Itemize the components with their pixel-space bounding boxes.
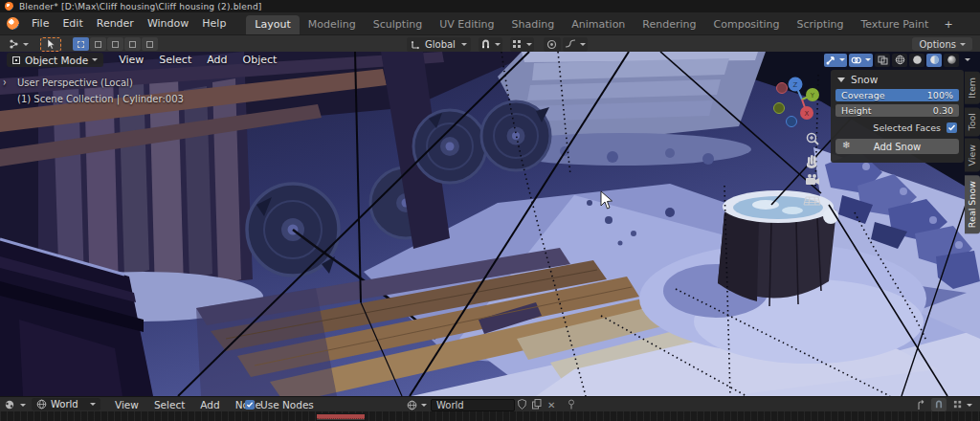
snap-node-button[interactable] [931,398,947,411]
xray-toggle-button[interactable] [875,54,890,67]
workspace-tab-animation[interactable]: Animation [563,15,634,34]
gizmo-z-label: Z [793,81,798,89]
sidebar-tab-view[interactable]: View [965,139,980,172]
shader-header-right [916,398,974,411]
workspace-tab-layout[interactable]: Layout [246,15,299,34]
workspace-tab-shading[interactable]: Shading [503,15,564,34]
shading-wireframe-button[interactable] [892,54,907,67]
cable-reel-upper-left[interactable] [413,110,486,183]
cable-reel-upper-right[interactable] [481,101,550,170]
proportional-falloff-dropdown[interactable] [563,37,588,52]
shading-dropdown-chevron[interactable] [965,58,970,61]
select-mode-extend-button[interactable] [90,37,106,51]
workspace-tab-scripting[interactable]: Scripting [788,15,852,34]
viewport-3d[interactable]: Z Y X [0,52,980,396]
unlink-icon[interactable]: ✕ [545,400,558,410]
use-nodes-checkbox[interactable] [245,400,255,410]
selected-faces-checkbox[interactable] [947,122,957,133]
snow-panel-header[interactable]: Snow [835,73,959,86]
shader-type-dropdown[interactable]: World [32,398,100,410]
world-name-field[interactable]: World [431,399,515,411]
shader-node-header [317,414,365,419]
proportional-editing-button[interactable] [544,37,561,52]
use-nodes-row: Use Nodes [245,398,314,411]
window-title: Blender* [D:\Max\Cliff housing\Cliff hou… [19,2,262,11]
new-copy-icon[interactable] [529,399,545,411]
viewport-menu-view[interactable]: View [111,54,151,66]
snap-target-dropdown[interactable] [951,398,974,411]
select-mode-intersect-button[interactable] [142,37,158,51]
add-workspace-button[interactable]: + [937,15,959,34]
snap-with-dropdown[interactable] [510,37,534,52]
workspace-tab-uv-editing[interactable]: UV Editing [431,15,502,34]
coverage-label: Coverage [841,90,885,100]
editor-type-dropdown[interactable] [4,398,26,411]
sidebar-tab-item[interactable]: Item [965,72,980,104]
workspace-tab-compositing[interactable]: Compositing [705,15,789,34]
object-mode-icon [12,56,20,64]
check-icon [246,401,254,409]
mode-dropdown[interactable]: Object Mode [7,53,103,67]
menu-window[interactable]: Window [141,12,195,34]
blender-menu-icon[interactable] [7,17,19,30]
select-mode-set-button[interactable] [73,37,89,51]
shader-editor-header: World View Select Add Node Use Nodes Wor… [0,396,980,411]
tool-properties-dropdown[interactable] [6,37,31,52]
shader-editor-icon [4,399,16,410]
height-field[interactable]: Height 0.30 [835,104,959,117]
menu-file[interactable]: File [25,12,56,34]
overlays-icon [851,55,861,65]
menu-help[interactable]: Help [195,12,233,34]
show-gizmo-dropdown[interactable] [824,54,847,67]
options-label: Options [919,39,956,50]
world-name-value: World [436,400,464,410]
viewport-collection-label: (1) Scene Collection | Cylinder:003 [17,91,184,107]
sidebar-tab-real-snow[interactable]: Real Snow [965,175,980,233]
add-snow-button[interactable]: ❄ Add Snow [835,139,959,154]
shading-material-button[interactable] [926,54,942,67]
workspace-tab-texture-paint[interactable]: Texture Paint [852,15,937,34]
shading-rendered-button[interactable] [944,54,959,67]
snap-points-icon [512,39,523,50]
workspace-tab-modeling[interactable]: Modeling [300,15,365,34]
workspace-tab-sculpting[interactable]: Sculpting [365,15,431,34]
proportional-circle-icon [546,39,557,50]
sidebar-tab-tool[interactable]: Tool [965,107,980,136]
viewport-header: Object Mode View Select Add Object [0,52,980,68]
select-mode-subtract-button[interactable] [107,37,123,51]
toolbar-expand-arrow[interactable]: › [3,76,7,89]
viewport-info-overlay: User Perspective (Local) (1) Scene Colle… [17,75,184,107]
shader-menu-view[interactable]: View [107,399,146,410]
viewport-shading-controls [824,53,970,67]
menu-render[interactable]: Render [90,12,141,34]
snap-toggle-button[interactable] [479,37,502,52]
window-titlebar[interactable]: Blender* [D:\Max\Cliff housing\Cliff hou… [0,0,980,12]
node-editor-strip[interactable] [0,411,980,421]
shader-menu-add[interactable]: Add [192,399,227,410]
coverage-slider[interactable]: Coverage 100% [835,89,959,101]
falloff-curve-icon [565,39,576,49]
blender-logo-icon [5,2,13,11]
cursor-icon [47,39,56,50]
transform-orientation-dropdown[interactable]: Global [407,37,471,52]
wireframe-sphere-icon [895,55,905,65]
shading-solid-button[interactable] [909,54,924,67]
viewport-menu-select[interactable]: Select [151,54,199,66]
select-box-tool-button[interactable] [40,37,61,52]
viewport-menu-add[interactable]: Add [199,54,234,66]
workspace-tab-rendering[interactable]: Rendering [634,15,704,34]
show-overlays-dropdown[interactable] [849,54,873,67]
shader-node[interactable] [316,413,366,421]
shader-menu-select[interactable]: Select [146,399,192,410]
fake-user-shield-icon[interactable] [515,399,529,411]
select-mode-invert-button[interactable] [124,37,141,51]
tool-icon [8,38,19,50]
viewport-menu-object[interactable]: Object [235,54,285,66]
xray-icon [878,55,888,65]
menu-edit[interactable]: Edit [56,12,89,34]
options-dropdown[interactable]: Options [912,37,972,51]
material-sphere-icon [929,55,940,65]
pin-icon[interactable] [564,399,579,411]
selected-faces-label: Selected Faces [873,122,941,133]
gizmo-x-label: X [805,110,810,118]
